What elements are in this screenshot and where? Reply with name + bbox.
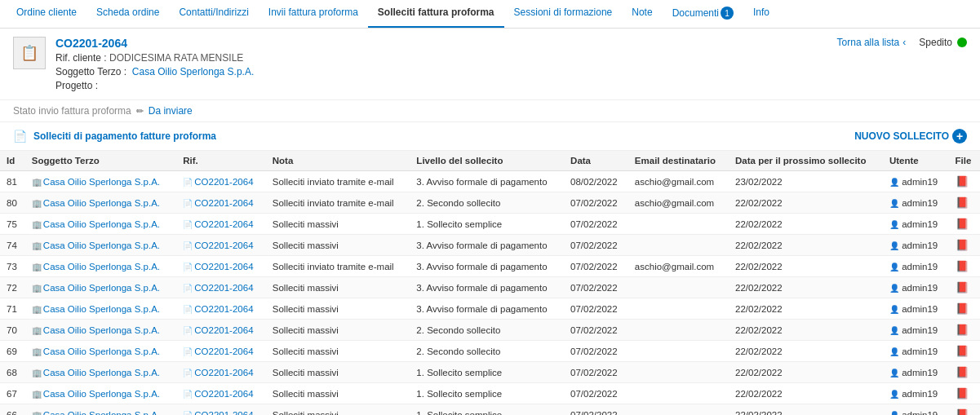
cell-livello: 1. Sollecito semplice [410,362,564,383]
cell-data: 07/02/2022 [564,235,628,256]
cell-utente: 👤 admin19 [883,256,949,277]
cell-prossimo: 22/02/2022 [729,320,883,341]
cell-livello: 1. Sollecito semplice [410,214,564,235]
cell-soggetto[interactable]: 🏢Casa Oilio Sperlonga S.p.A. [25,404,176,416]
table-row[interactable]: 67🏢Casa Oilio Sperlonga S.p.A.📄CO2201-20… [0,383,980,404]
tab-contatti[interactable]: Contatti/Indirizzi [169,0,258,28]
cell-soggetto[interactable]: 🏢Casa Oilio Sperlonga S.p.A. [25,277,176,298]
cell-id: 70 [0,320,25,341]
cell-email [628,235,729,256]
table-row[interactable]: 70🏢Casa Oilio Sperlonga S.p.A.📄CO2201-20… [0,320,980,341]
table-row[interactable]: 66🏢Casa Oilio Sperlonga S.p.A.📄CO2201-20… [0,404,980,416]
cell-prossimo: 22/02/2022 [729,256,883,277]
cell-livello: 2. Secondo sollecito [410,320,564,341]
table-row[interactable]: 72🏢Casa Oilio Sperlonga S.p.A.📄CO2201-20… [0,277,980,298]
cell-soggetto[interactable]: 🏢Casa Oilio Sperlonga S.p.A. [25,341,176,362]
cell-file[interactable]: 📕 [949,235,980,256]
cell-data: 07/02/2022 [564,277,628,298]
table-row[interactable]: 69🏢Casa Oilio Sperlonga S.p.A.📄CO2201-20… [0,341,980,362]
sub-header: Stato invio fattura proforma ✏ Da inviar… [0,100,980,122]
tab-invii-fattura[interactable]: Invii fattura proforma [259,0,368,28]
cell-rif: 📄CO2201-2064 [176,298,265,320]
cell-livello: 2. Secondo sollecito [410,192,564,214]
soggetto-label: Soggetto Terzo : [55,66,126,77]
back-label: Torna alla lista [837,37,900,48]
tab-documenti[interactable]: Documenti1 [663,0,743,28]
soggetto-link[interactable]: Casa Oilio Sperlonga S.p.A. [132,66,254,77]
cell-soggetto[interactable]: 🏢Casa Oilio Sperlonga S.p.A. [25,383,176,404]
top-nav: Ordine cliente Scheda ordine Contatti/In… [0,0,980,29]
status-dot-icon [957,38,967,47]
tab-sessioni[interactable]: Sessioni di formazione [504,0,623,28]
col-email: Email destinatario [628,151,729,171]
cell-file[interactable]: 📕 [949,383,980,404]
cell-soggetto[interactable]: 🏢Casa Oilio Sperlonga S.p.A. [25,192,176,214]
cell-file[interactable]: 📕 [949,171,980,192]
cell-data: 07/02/2022 [564,362,628,383]
rif-value: DODICESIMA RATA MENSILE [109,52,243,64]
tab-info[interactable]: Info [743,0,779,28]
cell-email [628,404,729,416]
cell-data: 07/02/2022 [564,404,628,416]
cell-prossimo: 22/02/2022 [729,383,883,404]
da-inviare-link[interactable]: Da inviare [149,105,193,117]
cell-file[interactable]: 📕 [949,277,980,298]
tab-ordine-cliente[interactable]: Ordine cliente [7,0,86,28]
col-id: Id [0,151,25,171]
cell-file[interactable]: 📕 [949,362,980,383]
table-row[interactable]: 81🏢Casa Oilio Sperlonga S.p.A.📄CO2201-20… [0,171,980,192]
cell-soggetto[interactable]: 🏢Casa Oilio Sperlonga S.p.A. [25,256,176,277]
tab-solleciti-fattura[interactable]: Solleciti fattura proforma [368,0,504,28]
cell-file[interactable]: 📕 [949,192,980,214]
status-badge: Spedito [919,37,967,48]
cell-livello: 2. Secondo sollecito [410,341,564,362]
new-sollecito-button[interactable]: NUOVO SOLLECITO + [854,129,967,143]
table-row[interactable]: 68🏢Casa Oilio Sperlonga S.p.A.📄CO2201-20… [0,362,980,383]
col-rif: Rif. [176,151,265,171]
cell-nota: Solleciti massivi [266,404,410,416]
cell-file[interactable]: 📕 [949,341,980,362]
table-row[interactable]: 80🏢Casa Oilio Sperlonga S.p.A.📄CO2201-20… [0,192,980,214]
table-row[interactable]: 73🏢Casa Oilio Sperlonga S.p.A.📄CO2201-20… [0,256,980,277]
table-row[interactable]: 75🏢Casa Oilio Sperlonga S.p.A.📄CO2201-20… [0,214,980,235]
cell-data: 07/02/2022 [564,256,628,277]
cell-soggetto[interactable]: 🏢Casa Oilio Sperlonga S.p.A. [25,214,176,235]
order-id[interactable]: CO2201-2064 [55,37,254,50]
cell-soggetto[interactable]: 🏢Casa Oilio Sperlonga S.p.A. [25,362,176,383]
cell-utente: 👤 admin19 [883,298,949,320]
tab-scheda-ordine[interactable]: Scheda ordine [86,0,169,28]
table-row[interactable]: 74🏢Casa Oilio Sperlonga S.p.A.📄CO2201-20… [0,235,980,256]
subheader-label: Stato invio fattura proforma [13,105,131,117]
cell-livello: 3. Avviso formale di pagamento [410,256,564,277]
section-title-text: Solleciti di pagamento fatture proforma [33,130,216,142]
cell-soggetto[interactable]: 🏢Casa Oilio Sperlonga S.p.A. [25,298,176,320]
order-soggetto: Soggetto Terzo : Casa Oilio Sperlonga S.… [55,66,254,77]
cell-file[interactable]: 📕 [949,214,980,235]
order-rif: Rif. cliente : DODICESIMA RATA MENSILE [55,52,254,64]
cell-id: 69 [0,341,25,362]
order-info: CO2201-2064 Rif. cliente : DODICESIMA RA… [55,37,254,91]
cell-file[interactable]: 📕 [949,404,980,416]
cell-id: 72 [0,277,25,298]
cell-prossimo: 22/02/2022 [729,277,883,298]
cell-file[interactable]: 📕 [949,298,980,320]
plus-circle-icon: + [952,129,967,143]
table-row[interactable]: 71🏢Casa Oilio Sperlonga S.p.A.📄CO2201-20… [0,298,980,320]
cell-prossimo: 22/02/2022 [729,214,883,235]
cell-file[interactable]: 📕 [949,320,980,341]
cell-id: 73 [0,256,25,277]
cell-livello: 3. Avviso formale di pagamento [410,235,564,256]
cell-livello: 3. Avviso formale di pagamento [410,171,564,192]
cell-soggetto[interactable]: 🏢Casa Oilio Sperlonga S.p.A. [25,320,176,341]
cell-soggetto[interactable]: 🏢Casa Oilio Sperlonga S.p.A. [25,171,176,192]
col-livello: Livello del sollecito [410,151,564,171]
col-file: File [949,151,980,171]
cell-soggetto[interactable]: 🏢Casa Oilio Sperlonga S.p.A. [25,235,176,256]
back-link[interactable]: Torna alla lista ‹ [837,37,907,48]
cell-email: aschio@gmail.com [628,192,729,214]
cell-livello: 3. Avviso formale di pagamento [410,298,564,320]
tab-note[interactable]: Note [622,0,662,28]
cell-file[interactable]: 📕 [949,256,980,277]
progetto-label: Progetto : [55,80,98,91]
cell-email [628,383,729,404]
